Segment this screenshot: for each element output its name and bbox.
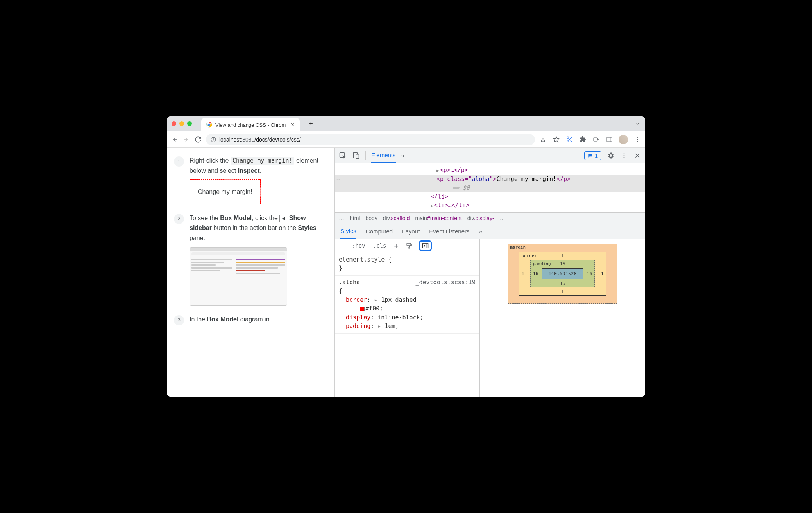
breadcrumbs[interactable]: … html body div.scaffold main#main-conte… [335,212,645,224]
svg-rect-12 [594,138,597,141]
back-button[interactable] [171,136,179,143]
box-model-padding[interactable]: padding 16 16 16 16 140.531×28 [530,260,594,287]
crumb-main[interactable]: main#main-content [415,215,462,221]
chat-icon [588,153,593,158]
content-area: 1 Right-click the Change my margin! elem… [167,148,645,397]
styles-body: :hov .cls + element.style {} .aloha _dev… [335,239,645,398]
titlebar: View and change CSS - Chrom ✕ + [167,116,645,131]
svg-rect-15 [607,137,612,142]
step-body: In the Box Model diagram in [190,314,270,325]
bookmark-button[interactable] [552,136,560,143]
tab-event-listeners[interactable]: Event Listeners [429,224,469,238]
ellipsis-icon[interactable]: ⋯ [336,175,340,184]
box-model-pane[interactable]: margin - - - - border 1 1 1 1 [479,239,645,398]
svg-rect-28 [407,243,411,246]
styles-tabstrip: Styles Computed Layout Event Listeners » [335,224,645,239]
crumbs-right[interactable]: … [500,215,505,221]
issues-badge[interactable]: 1 [584,151,601,160]
forward-button[interactable] [182,136,190,143]
svg-point-6 [213,138,214,138]
styles-action-bar: :hov .cls + [335,239,479,253]
profile-avatar[interactable] [619,135,628,144]
tabs-menu-button[interactable] [635,121,640,126]
step-3: 3 In the Box Model diagram in [174,314,325,325]
paint-button[interactable] [404,242,414,250]
minimize-window-button[interactable] [179,121,184,126]
show-sidebar-button[interactable] [419,240,432,251]
crumb-div-display[interactable]: div.display- [467,215,494,221]
more-tabs-button[interactable]: » [401,149,404,162]
cls-button[interactable]: .cls [372,242,388,249]
svg-point-19 [637,141,638,142]
step-2: 2 To see the Box Model, click the ◀ Show… [174,213,325,306]
svg-point-18 [637,139,638,140]
address-bar[interactable]: localhost:8080/docs/devtools/css/ [206,134,535,145]
svg-point-25 [624,157,625,158]
svg-point-9 [567,140,569,142]
more-styles-tabs[interactable]: » [479,224,482,238]
elements-tab[interactable]: Elements [371,148,396,163]
page-pane[interactable]: 1 Right-click the Change my margin! elem… [167,148,335,397]
box-model-content[interactable]: 140.531×28 [542,268,583,279]
svg-rect-22 [356,154,359,158]
close-window-button[interactable] [172,121,176,126]
screenshot-thumbnail[interactable] [190,247,287,306]
maximize-window-button[interactable] [187,121,192,126]
svg-point-24 [624,155,625,156]
new-rule-button[interactable]: + [392,241,400,251]
close-devtools-button[interactable] [633,152,641,160]
crumb-div-scaffold[interactable]: div.scaffold [383,215,410,221]
selected-element[interactable]: ⋯ <p class="aloha">Change my margin!</p>… [335,175,645,192]
devtools-top-toolbar: Elements » 1 [335,148,645,163]
tab-layout[interactable]: Layout [402,224,420,238]
step-number: 1 [174,156,184,167]
reload-button[interactable] [194,136,202,143]
extensions-button[interactable] [579,136,587,143]
crumb-html[interactable]: html [350,215,360,221]
rule-element-style[interactable]: element.style {} [335,253,479,276]
url-text: localhost:8080/docs/devtools/css/ [219,136,301,143]
browser-tab[interactable]: View and change CSS - Chrom ✕ [201,118,300,131]
step-number: 3 [174,315,184,325]
rule-aloha[interactable]: .aloha _devtools.scss:19{ border: ▸ 1px … [335,276,479,334]
devtools-menu-button[interactable] [620,152,628,160]
step-1: 1 Right-click the Change my margin! elem… [174,156,325,204]
browser-menu-button[interactable] [633,136,641,143]
sidepanel-button[interactable] [605,136,613,143]
svg-marker-7 [553,136,559,142]
crumb-body[interactable]: body [365,215,377,221]
browser-window: View and change CSS - Chrom ✕ + localhos… [167,116,645,397]
devtools-pane: Elements » 1 ▶<p>…</p> ⋯ <p class="aloha… [335,148,645,397]
close-tab-button[interactable]: ✕ [290,122,295,128]
device-toggle-button[interactable] [352,152,360,160]
svg-rect-29 [409,247,410,248]
tab-computed[interactable]: Computed [366,224,393,238]
tab-title: View and change CSS - Chrom [215,122,286,128]
svg-point-23 [624,153,625,154]
box-model-margin[interactable]: margin - - - - border 1 1 1 1 [508,244,617,304]
share-button[interactable] [539,136,547,143]
step-number: 2 [174,214,184,224]
svg-marker-32 [424,245,425,246]
scissors-icon[interactable] [565,136,573,143]
css-rules-pane[interactable]: :hov .cls + element.style {} .aloha _dev… [335,239,479,398]
show-sidebar-icon: ◀ [279,215,287,222]
step-body: To see the Box Model, click the ◀ Show s… [190,213,325,306]
svg-point-17 [637,137,638,138]
settings-button[interactable] [607,152,615,160]
step-body: Right-click the Change my margin! elemen… [190,156,325,204]
info-icon [211,137,216,142]
target-element[interactable]: Change my margin! [190,179,261,204]
media-button[interactable] [592,136,600,143]
crumbs-left[interactable]: … [339,215,344,221]
new-tab-button[interactable]: + [305,118,316,129]
color-swatch[interactable] [360,307,365,311]
inspect-element-button[interactable] [339,152,347,160]
dom-tree[interactable]: ▶<p>…</p> ⋯ <p class="aloha">Change my m… [335,163,645,212]
hov-button[interactable]: :hov [351,242,367,249]
traffic-lights [172,121,192,126]
box-model-border[interactable]: border 1 1 1 1 padding 16 16 16 [519,252,606,296]
tab-styles[interactable]: Styles [340,224,356,239]
svg-point-8 [567,137,569,138]
source-link[interactable]: _devtools.scss:19 [415,278,476,287]
